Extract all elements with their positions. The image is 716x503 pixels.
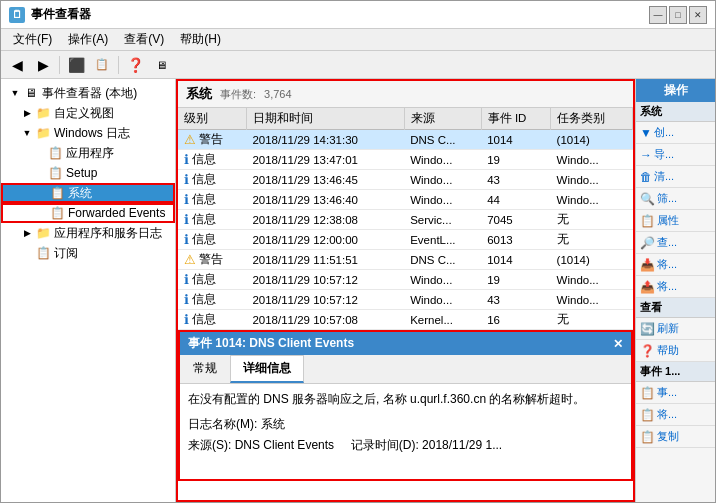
level-label: 警告: [199, 252, 223, 267]
action-refresh[interactable]: 🔄 刷新: [636, 318, 715, 340]
info-icon: ℹ: [184, 192, 189, 207]
table-row[interactable]: ℹ信息2018/11/29 10:57:12Windo...43Windo...: [178, 290, 633, 310]
cell-task: 无: [551, 310, 633, 330]
tree-icon-root: 🖥: [23, 85, 39, 101]
table-row[interactable]: ⚠警告2018/11/29 11:51:51DNS C...1014(1014): [178, 250, 633, 270]
tree-item-custom[interactable]: ▶ 📁 自定义视图: [1, 103, 175, 123]
screen-button[interactable]: 🖥: [149, 54, 173, 76]
menu-view[interactable]: 查看(V): [116, 29, 172, 50]
cell-datetime: 2018/11/29 14:31:30: [246, 130, 404, 150]
cell-level: ℹ信息: [178, 310, 246, 330]
log-name: 系统: [186, 85, 212, 103]
col-task[interactable]: 任务类别: [551, 108, 633, 130]
action-properties-label: 属性: [657, 213, 679, 228]
tree-icon-subscriptions: 📋: [35, 245, 51, 261]
action-event-copy1[interactable]: 📋 事...: [636, 382, 715, 404]
menu-action[interactable]: 操作(A): [60, 29, 116, 50]
detail-source-value: DNS Client Events: [235, 438, 334, 452]
tree-item-app-service[interactable]: ▶ 📁 应用程序和服务日志: [1, 223, 175, 243]
col-level[interactable]: 级别: [178, 108, 246, 130]
action-search-label: 查...: [657, 235, 677, 250]
action-search[interactable]: 🔎 查...: [636, 232, 715, 254]
maximize-button[interactable]: □: [669, 6, 687, 24]
tree-item-app[interactable]: ▶ 📋 应用程序: [1, 143, 175, 163]
action-export[interactable]: → 导...: [636, 144, 715, 166]
table-row[interactable]: ⚠警告2018/11/29 14:31:30DNS C...1014(1014): [178, 130, 633, 150]
cell-datetime: 2018/11/29 13:46:45: [246, 170, 404, 190]
action-properties[interactable]: 📋 属性: [636, 210, 715, 232]
export-icon: →: [640, 148, 652, 162]
tree-label-root: 事件查看器 (本地): [42, 85, 137, 102]
action-event-label3: 复制: [657, 429, 679, 444]
back-button[interactable]: ◀: [5, 54, 29, 76]
action-import[interactable]: 📥 将...: [636, 254, 715, 276]
detail-log-name-value: 系统: [261, 417, 285, 431]
tree-panel: ▼ 🖥 事件查看器 (本地) ▶ 📁 自定义视图 ▼ 📁 Windows 日志 …: [1, 79, 176, 502]
action-attach[interactable]: 📤 将...: [636, 276, 715, 298]
tree-item-root[interactable]: ▼ 🖥 事件查看器 (本地): [1, 83, 175, 103]
cell-level: ℹ信息: [178, 170, 246, 190]
table-row[interactable]: ℹ信息2018/11/29 10:57:08Kernel...16无: [178, 310, 633, 330]
refresh-icon: 🔄: [640, 322, 655, 336]
table-row[interactable]: ℹ信息2018/11/29 13:47:01Windo...19Windo...: [178, 150, 633, 170]
detail-title: 事件 1014: DNS Client Events: [188, 335, 354, 352]
cell-datetime: 2018/11/29 11:51:51: [246, 250, 404, 270]
events-table-wrapper: 级别 日期和时间 来源 事件 ID 任务类别 ⚠警告2018/11/29 14:…: [178, 108, 633, 330]
tree-label-subscriptions: 订阅: [54, 245, 78, 262]
tab-general[interactable]: 常规: [180, 355, 230, 383]
action-event-copy3[interactable]: 📋 复制: [636, 426, 715, 448]
center-top: 系统 事件数: 3,764 级别 日期和时间: [178, 81, 633, 500]
action-help[interactable]: ❓ 帮助: [636, 340, 715, 362]
cell-eventid: 16: [481, 310, 550, 330]
menu-bar: 文件(F) 操作(A) 查看(V) 帮助(H): [1, 29, 715, 51]
menu-help[interactable]: 帮助(H): [172, 29, 229, 50]
tree-item-forwarded[interactable]: ▶ 📋 Forwarded Events: [1, 203, 175, 223]
tree-item-windows-log[interactable]: ▼ 📁 Windows 日志: [1, 123, 175, 143]
level-label: 信息: [192, 232, 216, 247]
tree-item-subscriptions[interactable]: ▶ 📋 订阅: [1, 243, 175, 263]
cell-datetime: 2018/11/29 12:00:00: [246, 230, 404, 250]
tree-icon-app: 📋: [47, 145, 63, 161]
stop-button[interactable]: ⬛: [64, 54, 88, 76]
detail-panel: 事件 1014: DNS Client Events ✕ 常规 详细信息 在没有…: [178, 330, 633, 481]
cell-eventid: 1014: [481, 130, 550, 150]
cell-eventid: 43: [481, 170, 550, 190]
help-button[interactable]: ❓: [123, 54, 147, 76]
close-button[interactable]: ✕: [689, 6, 707, 24]
cell-datetime: 2018/11/29 13:47:01: [246, 150, 404, 170]
cell-task: 无: [551, 210, 633, 230]
forward-button[interactable]: ▶: [31, 54, 55, 76]
event-icon1: 📋: [640, 386, 655, 400]
action-clear[interactable]: 🗑 清...: [636, 166, 715, 188]
action-event-copy2[interactable]: 📋 将...: [636, 404, 715, 426]
table-scroll[interactable]: 级别 日期和时间 来源 事件 ID 任务类别 ⚠警告2018/11/29 14:…: [178, 108, 633, 330]
tree-label-windows-log: Windows 日志: [54, 125, 130, 142]
action-filter[interactable]: 🔍 筛...: [636, 188, 715, 210]
title-bar-controls: — □ ✕: [649, 6, 707, 24]
col-datetime[interactable]: 日期和时间: [246, 108, 404, 130]
action-clear-label: 清...: [654, 169, 674, 184]
table-row[interactable]: ℹ信息2018/11/29 10:57:12Windo...19Windo...: [178, 270, 633, 290]
action-create[interactable]: ▼ 创...: [636, 122, 715, 144]
tree-arrow-root: ▼: [9, 87, 21, 99]
action-refresh-label: 刷新: [657, 321, 679, 336]
tab-details[interactable]: 详细信息: [230, 355, 304, 383]
toolbar-separator-2: [118, 56, 119, 74]
events-table: 级别 日期和时间 来源 事件 ID 任务类别 ⚠警告2018/11/29 14:…: [178, 108, 633, 330]
table-row[interactable]: ℹ信息2018/11/29 12:00:00EventL...6013无: [178, 230, 633, 250]
table-row[interactable]: ℹ信息2018/11/29 13:46:40Windo...44Windo...: [178, 190, 633, 210]
table-row[interactable]: ℹ信息2018/11/29 13:46:45Windo...43Windo...: [178, 170, 633, 190]
table-row[interactable]: ℹ信息2018/11/29 12:38:08Servic...7045无: [178, 210, 633, 230]
cell-source: Windo...: [404, 150, 481, 170]
cell-level: ℹ信息: [178, 150, 246, 170]
cell-task: (1014): [551, 250, 633, 270]
minimize-button[interactable]: —: [649, 6, 667, 24]
col-eventid[interactable]: 事件 ID: [481, 108, 550, 130]
menu-file[interactable]: 文件(F): [5, 29, 60, 50]
col-source[interactable]: 来源: [404, 108, 481, 130]
tree-item-system[interactable]: ▶ 📋 系统: [1, 183, 175, 203]
detail-close-button[interactable]: ✕: [613, 337, 623, 351]
view-button[interactable]: 📋: [90, 54, 114, 76]
tree-item-setup[interactable]: ▶ 📋 Setup: [1, 163, 175, 183]
tree-icon-setup: 📋: [47, 165, 63, 181]
